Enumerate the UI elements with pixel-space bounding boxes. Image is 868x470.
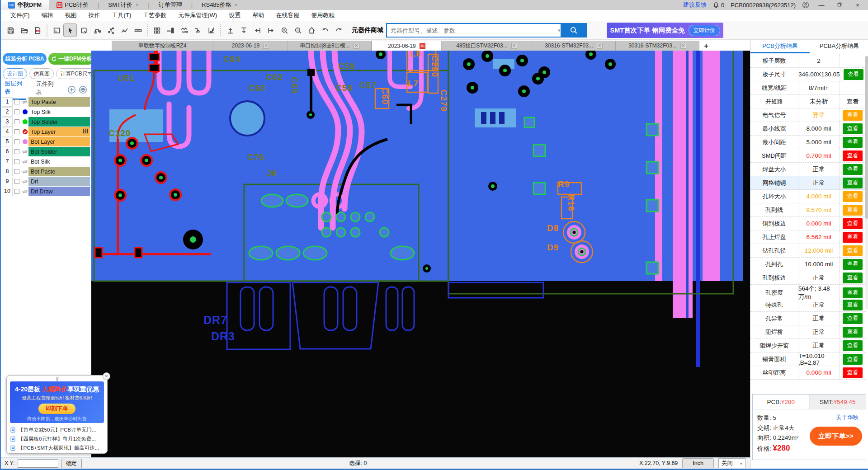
doc-tab-6[interactable]: 30316-STM32F03... ✕ — [616, 41, 699, 51]
place-order-button[interactable]: 立即下单>> — [810, 427, 862, 446]
search-button[interactable] — [561, 23, 587, 38]
eye-off-icon[interactable] — [21, 179, 28, 185]
view-button[interactable]: 查看 — [843, 340, 863, 351]
view-button[interactable]: 查看 — [843, 313, 863, 324]
redo-icon[interactable] — [332, 24, 345, 37]
view-button[interactable]: 查看 — [843, 178, 863, 188]
menu-item[interactable]: 编辑 — [36, 11, 59, 19]
active-layer-check-icon[interactable] — [21, 129, 28, 135]
ad-banner[interactable]: 4-20层板 大幅降价享双重优惠 最高工程费降至5折! 板材费6.6折! 即刻下… — [10, 381, 104, 423]
layer-checkbox[interactable] — [14, 129, 19, 134]
layer-row-bot-silk[interactable]: 7 Bot Silk — [2, 157, 90, 166]
save-icon[interactable] — [4, 24, 17, 37]
undo-icon[interactable] — [318, 24, 332, 37]
doc-tab-0[interactable]: 串联数字控制板RZ4 — [112, 41, 213, 51]
doc-tab-4[interactable]: 485接口STM32F03... ✕ — [442, 41, 532, 51]
layer-row-top-solder[interactable]: 3 Top Solder — [2, 117, 90, 127]
one-click-dfm-button[interactable]: 一键DFM分析 — [48, 53, 94, 65]
layer-grid-icon[interactable] — [83, 128, 88, 135]
app-tab-rs485[interactable]: RS485价格 ✕ — [194, 0, 245, 10]
view-button[interactable]: 查看 — [843, 259, 863, 270]
news-item[interactable]: 【首单立减50元】PCB订单无门... — [10, 425, 105, 434]
open-icon[interactable] — [17, 24, 31, 37]
layer-row-drl-draw[interactable]: 10 Drl Draw — [2, 187, 90, 196]
simulation-view-button[interactable]: 仿真图 — [29, 68, 54, 79]
tab-smt-price[interactable]: SMT: ¥549.45 — [809, 395, 866, 409]
route-measure-icon[interactable] — [90, 24, 104, 37]
close-icon[interactable]: ✕ — [354, 43, 359, 49]
menu-item[interactable]: 在线客服 — [270, 11, 305, 19]
zoom-fit-icon[interactable] — [305, 24, 318, 37]
view-button[interactable]: 查看 — [843, 150, 863, 161]
layer-checkbox[interactable] — [14, 99, 19, 104]
ipc-netlist-icon[interactable]: IPC — [191, 24, 204, 37]
ad-close-icon[interactable]: ✕ — [103, 372, 110, 380]
view-button[interactable]: 查看 — [843, 367, 863, 378]
layer-checkbox[interactable] — [14, 169, 19, 174]
add-layer-icon[interactable] — [67, 85, 76, 94]
user-icon[interactable] — [802, 1, 809, 9]
layer-row-top-layer[interactable]: 4 Top Layer — [2, 127, 90, 136]
zoom-in-icon[interactable] — [278, 24, 291, 37]
view-button[interactable]: 查看 — [843, 137, 863, 148]
news-item[interactable]: 【四层板0元打样】每月1次免费... — [10, 434, 105, 443]
board-flip-top-icon[interactable] — [223, 24, 237, 37]
negative-film-icon[interactable]: NO — [164, 24, 177, 37]
new-tab-button[interactable]: + — [699, 42, 713, 51]
view-button[interactable]: 查看 — [843, 164, 863, 175]
layer-checkbox[interactable] — [14, 119, 19, 124]
tab-pcb-price[interactable]: PCB: ¥280 — [753, 395, 809, 409]
scrollbar-track[interactable] — [865, 56, 868, 309]
view-button[interactable]: 查看 — [843, 287, 863, 298]
assembly-analysis-button[interactable]: 组装分析 PCBA — [3, 53, 47, 65]
app-tab-dfm[interactable]: HQ 华秋DFM — [1, 0, 49, 10]
collapse-chevron-icon[interactable]: ≫ — [54, 376, 60, 382]
menu-item[interactable]: 工具(T) — [106, 11, 137, 19]
layer-checkbox[interactable] — [14, 189, 19, 194]
view-button[interactable]: 查看 — [844, 69, 863, 80]
shift-right-icon[interactable] — [264, 24, 278, 37]
view-button[interactable]: 查看 — [843, 327, 863, 338]
board-flip-bottom-icon[interactable] — [237, 24, 250, 37]
eye-off-icon[interactable] — [21, 99, 28, 105]
doc-tab-2[interactable]: 串口控制|8进8出模... ✕ — [288, 41, 372, 51]
view-button[interactable]: 查看 — [843, 232, 863, 243]
pcb-canvas-area[interactable]: U51 C64 C63 C62 C65 C59 C58 C57 C60 C76 … — [91, 51, 750, 457]
point-measure-icon[interactable] — [104, 24, 118, 37]
tab-component-list[interactable]: 元件列表 — [36, 80, 58, 99]
ad-order-now-button[interactable]: 即刻下单 — [38, 404, 75, 414]
scrollbar-thumb[interactable] — [865, 56, 868, 219]
doc-tab-3-active[interactable]: 2023-06-19 ✕ — [372, 41, 442, 51]
layer-color-dot[interactable] — [21, 139, 28, 144]
view-button[interactable]: 查看 — [843, 110, 863, 121]
promo-quote-button[interactable]: 立即计价 — [689, 25, 720, 36]
xy-input[interactable] — [18, 459, 58, 468]
menu-item[interactable]: 元件库管理(W) — [172, 11, 223, 19]
menu-item[interactable]: 工艺参数 — [137, 11, 172, 19]
menu-item[interactable]: 文件(F) — [5, 11, 36, 19]
tab-layer-list[interactable]: 图层列表 — [5, 80, 26, 100]
close-window-button[interactable]: × — [852, 2, 863, 9]
app-tab-smt-price[interactable]: SMT计价 ✕ — [101, 0, 146, 10]
layer-checkbox[interactable] — [14, 179, 19, 184]
layer-visibility-icon[interactable] — [79, 85, 87, 94]
panelize-icon[interactable] — [150, 24, 164, 37]
layer-row-drl[interactable]: 9 Drl — [2, 177, 90, 186]
layer-checkbox[interactable] — [14, 139, 19, 144]
export-pdf-icon[interactable]: PDF — [31, 24, 44, 37]
close-icon[interactable]: ✕ — [235, 3, 238, 7]
zoom-window-icon[interactable] — [77, 24, 90, 37]
bell-icon[interactable] — [713, 2, 719, 8]
tab-pcba-analysis[interactable]: PCBA分析结果 — [810, 40, 868, 53]
layer-checkbox[interactable] — [14, 159, 19, 164]
view-button[interactable]: 查看 — [843, 96, 863, 107]
news-item[interactable]: 【PCB+SMT大额返现】最高可达... — [10, 443, 105, 452]
layer-row-bot-solder[interactable]: 6 Bot Solder — [2, 147, 90, 156]
layer-row-top-silk[interactable]: 2 Top Silk — [2, 107, 90, 117]
close-icon[interactable]: ✕ — [263, 43, 269, 49]
eye-off-icon[interactable] — [21, 159, 28, 165]
view-button[interactable]: 查看 — [843, 218, 863, 229]
search-input[interactable] — [386, 23, 567, 38]
view-button[interactable]: 查看 — [843, 354, 863, 365]
unit-toggle-button[interactable]: Inch — [682, 458, 714, 468]
